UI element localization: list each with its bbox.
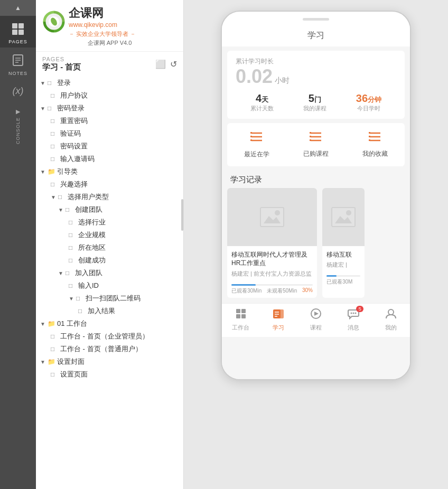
nav-workspace[interactable]: 工作台: [222, 308, 259, 332]
arrow-icon: ▼: [40, 359, 48, 365]
phone-top-bar: [222, 12, 410, 25]
tree-node-pwd-login[interactable]: ▼ □ 密码登录: [36, 102, 183, 115]
course-card-1[interactable]: 移动互联网时代人才管理及HR工作重点 杨建宏 | 前支付宝人力资源总监 已观看3…: [227, 188, 317, 298]
tree-node-pwd-setting[interactable]: □ 密码设置: [36, 140, 183, 153]
stat-caption: 今日学时: [356, 105, 381, 112]
tree-node-settings[interactable]: ▼ 📁 设置封面: [36, 355, 183, 368]
tree-node-label: 选择行业: [78, 218, 106, 227]
watched-label: 已观看30Min: [231, 287, 262, 295]
nav-label-messages: 消息: [348, 324, 359, 332]
sidebar-item-console[interactable]: ▶ CONSOLE: [0, 103, 36, 147]
quick-action-purchased[interactable]: 已购课程: [303, 130, 329, 159]
brand-url: www.qikevip.com: [69, 21, 136, 29]
nav-label-workspace: 工作台: [232, 324, 249, 332]
tree-node-label: 企业规模: [78, 230, 106, 240]
course-progress-bar-2: [326, 275, 360, 277]
sidebar-item-pages[interactable]: PAGES: [0, 16, 36, 48]
svg-rect-21: [310, 136, 311, 137]
sidebar-item-notes[interactable]: NOTES: [0, 48, 36, 79]
message-badge: 5: [356, 306, 363, 312]
tree-node-label: 兴趣选择: [60, 180, 88, 189]
nav-label-profile: 我的: [385, 324, 397, 332]
quick-action-label: 我的收藏: [362, 149, 388, 158]
tree-node-reset-pwd[interactable]: □ 重置密码: [36, 115, 183, 127]
tree-node-create-success[interactable]: □ 创建成功: [36, 254, 183, 267]
tree-node-label: 所在地区: [78, 243, 106, 252]
tree-node-guide[interactable]: ▼ 📁 引导类: [36, 165, 183, 178]
svg-point-44: [353, 313, 354, 314]
tree-node-verify-code[interactable]: □ 验证码: [36, 127, 183, 140]
refresh-icon[interactable]: ↺: [170, 59, 177, 69]
quick-action-favorites[interactable]: 我的收藏: [362, 130, 388, 159]
pages-icon: [11, 22, 25, 38]
page-icon: □: [51, 181, 59, 188]
nav-label-learning: 学习: [273, 324, 284, 332]
page-icon: □: [69, 231, 77, 239]
app-bottom-nav: 工作台 学习: [222, 303, 410, 337]
course-progress-fill-1: [231, 284, 256, 286]
workspace-icon: [235, 308, 247, 322]
tree-node-settings-page[interactable]: □ 设置页面: [36, 368, 183, 381]
tree-node-join-result[interactable]: □ 加入结果: [36, 305, 183, 317]
tree-node-invite-code[interactable]: □ 输入邀请码: [36, 153, 183, 165]
svg-point-46: [388, 309, 394, 315]
page-icon: □: [51, 92, 59, 99]
tree-node-join-team[interactable]: ▼ □ 加入团队: [36, 267, 183, 279]
course-cards: 移动互联网时代人才管理及HR工作重点 杨建宏 | 前支付宝人力资源总监 已观看3…: [222, 188, 410, 298]
export-icon[interactable]: ⬜: [155, 59, 166, 69]
pages-section-label: PAGES: [42, 56, 81, 62]
svg-rect-0: [12, 23, 17, 29]
tree-node-select-industry[interactable]: □ 选择行业: [36, 216, 183, 229]
quick-action-recent[interactable]: 最近在学: [244, 130, 269, 159]
list-icon: [249, 130, 264, 147]
tree-node-label: 加入结果: [88, 306, 115, 316]
phone-mockup: 学习 累计学习时长 0.02 小时 4天 累计天数 5门 我的课程: [221, 11, 411, 380]
phone-content: 学习 累计学习时长 0.02 小时 4天 累计天数 5门 我的课程: [222, 25, 410, 379]
quick-actions: 最近在学 已购课程: [227, 123, 405, 166]
sidebar-collapse-button[interactable]: ▲: [0, 0, 36, 16]
tree-node-label: 输入邀请码: [60, 154, 95, 164]
tree-node-workspace[interactable]: ▼ 📁 01 工作台: [36, 317, 183, 330]
console-icon: ▶: [16, 108, 20, 115]
tree-node-scan-qr[interactable]: ▼ □ 扫一扫团队二维码: [36, 292, 183, 305]
nav-learning[interactable]: 学习: [259, 308, 297, 332]
arrow-icon: ▼: [58, 207, 66, 213]
list-icon: [309, 130, 323, 146]
tree-node-workspace-user[interactable]: □ 工作台 - 首页（普通用户）: [36, 343, 183, 355]
tree-node-user-type[interactable]: ▼ □ 选择用户类型: [36, 191, 183, 203]
tree-node-enter-id[interactable]: □ 输入ID: [36, 279, 183, 292]
notes-icon: [12, 54, 24, 70]
stats-row: 4天 累计天数 5门 我的课程 36分钟 今日学时: [236, 92, 396, 112]
nav-profile[interactable]: 我的: [372, 308, 410, 332]
svg-point-45: [355, 313, 357, 314]
learning-records-heading: 学习记录: [222, 171, 410, 188]
tree-node-login[interactable]: ▼ □ 登录: [36, 77, 183, 89]
nav-courses[interactable]: 课程: [297, 308, 334, 332]
scrollbar[interactable]: [181, 199, 183, 231]
course-card-2[interactable]: 移动互联 杨建宏 | 已观看30M: [322, 188, 365, 298]
brand-version: 企课网 APP V4.0: [42, 39, 177, 47]
sidebar-item-label-pages: PAGES: [8, 39, 27, 44]
pages-section-title: 学习 - 首页: [42, 62, 81, 72]
course-progress-bar-1: [231, 284, 313, 286]
page-icon: □: [51, 333, 59, 340]
stats-hours: 0.02: [236, 66, 273, 87]
tree-node-workspace-admin[interactable]: □ 工作台 - 首页（企业管理员）: [36, 330, 183, 343]
tree-node-label: 选择用户类型: [68, 192, 109, 202]
page-icon: □: [69, 257, 77, 264]
stat-value: 4天: [250, 92, 274, 105]
sidebar-item-formula[interactable]: (x): [0, 79, 36, 101]
page-icon: □: [51, 143, 59, 150]
tree-node-label: 登录: [57, 78, 71, 88]
folder-icon: 📁: [48, 168, 56, 175]
svg-rect-14: [250, 132, 252, 134]
tree-node-user-agreement[interactable]: □ 用户协议: [36, 89, 183, 102]
tree-node-interest[interactable]: □ 兴趣选择: [36, 178, 183, 191]
tree-node-company-size[interactable]: □ 企业规模: [36, 229, 183, 241]
brand-name: 企课网: [69, 6, 104, 20]
tree-node-location[interactable]: □ 所在地区: [36, 241, 183, 254]
profile-icon: [385, 308, 397, 322]
stat-value: 36分钟: [356, 92, 381, 105]
nav-messages[interactable]: 5 消息: [335, 308, 372, 332]
tree-node-create-team[interactable]: ▼ □ 创建团队: [36, 203, 183, 216]
